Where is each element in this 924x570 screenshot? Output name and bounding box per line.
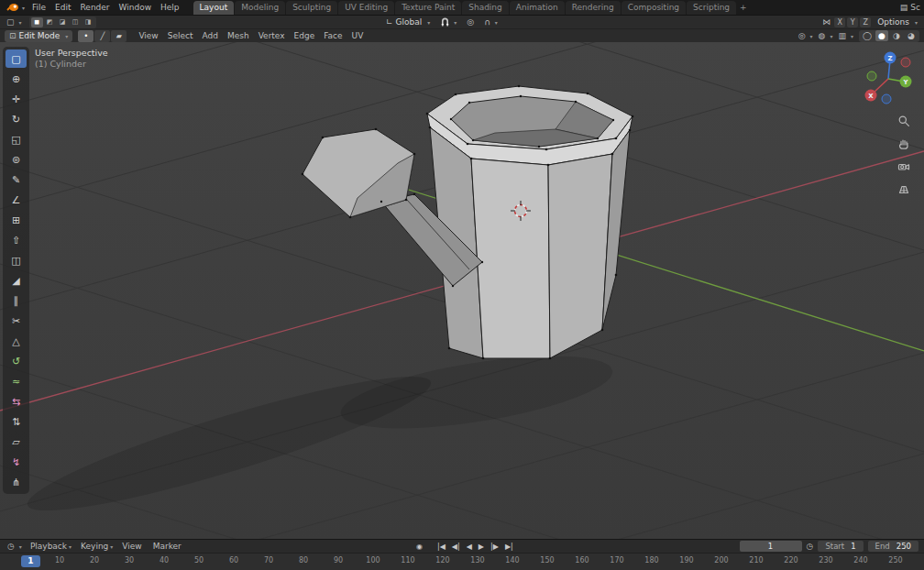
transport-auto-key[interactable]: ◉	[414, 543, 424, 551]
transport-play-reverse[interactable]: ◀	[465, 543, 474, 551]
tool-button-shrink-fatten[interactable]: ⇅	[6, 412, 27, 431]
topbar-menu[interactable]: Window	[115, 0, 157, 15]
scene-selector[interactable]: ▤ Sc	[900, 3, 920, 12]
gizmo-neg-y[interactable]	[867, 71, 876, 81]
select-option-select-set[interactable]: ◼	[31, 17, 43, 27]
viewport-menu[interactable]: Edge	[290, 28, 320, 43]
tool-button-move[interactable]: ✛	[6, 90, 27, 108]
tool-button-rip-edge[interactable]: ⋔	[6, 473, 27, 491]
viewport[interactable]: User Perspective (1) Cylinder ▢⊕✛↻◱⊚✎∠⊞⇧…	[0, 42, 924, 539]
start-frame-field[interactable]: Start1	[818, 541, 863, 552]
mode-dropdown[interactable]: ⊡ Edit Mode	[5, 30, 72, 42]
tool-button-smooth[interactable]: ≈	[6, 372, 27, 390]
tool-button-inset-faces[interactable]: ◫	[6, 251, 27, 269]
workspace-tab[interactable]: Scripting	[687, 1, 736, 15]
shading-mode-rendered[interactable]: ◕	[905, 30, 918, 41]
timeline-menu[interactable]: View	[117, 542, 148, 551]
timeline-menu[interactable]: Keying▾	[76, 542, 117, 551]
tool-button-poly-build[interactable]: △	[6, 332, 27, 350]
transport-jump-to-start[interactable]: |◀	[435, 543, 447, 551]
viewport-menu[interactable]: Add	[198, 28, 223, 43]
tool-button-measure[interactable]: ∠	[6, 191, 27, 209]
playback-sync-clock-icon[interactable]: ◷	[807, 542, 814, 551]
tool-button-scale[interactable]: ◱	[6, 130, 27, 148]
topbar-menu[interactable]: Help	[156, 0, 184, 15]
tool-button-add-cube[interactable]: ⊞	[6, 211, 27, 229]
viewport-toggle-show-gizmos[interactable]: ◎	[797, 29, 815, 43]
tool-button-extrude-region[interactable]: ⇧	[6, 231, 27, 249]
workspace-tab[interactable]: Compositing	[622, 1, 686, 15]
viewport-menu[interactable]: View	[134, 28, 162, 43]
select-mode-button-face-select[interactable]: ▰	[111, 30, 126, 42]
mesh-cylinder[interactable]	[427, 86, 632, 358]
proportional-falloff-icon[interactable]: ∩	[482, 16, 500, 29]
add-workspace-button[interactable]: +	[736, 1, 751, 15]
timeline-menu[interactable]: Playback▾	[26, 542, 76, 551]
viewport-canvas[interactable]	[0, 42, 924, 539]
transport-prev-keyframe[interactable]: ◀|	[450, 543, 462, 551]
viewport-menu[interactable]: Mesh	[223, 28, 254, 43]
topbar-menu[interactable]: File	[28, 0, 50, 15]
active-tool-icon[interactable]: ▢	[5, 16, 24, 29]
tool-button-rip-region[interactable]: ↯	[6, 453, 27, 471]
navigation-gizmo[interactable]: Z Y X	[860, 49, 917, 106]
tool-button-spin[interactable]: ↺	[6, 352, 27, 370]
current-frame-field[interactable]: 1	[740, 541, 802, 552]
tool-button-annotate[interactable]: ✎	[6, 170, 27, 189]
select-option-select-intersect[interactable]: ◨	[82, 17, 94, 27]
shading-mode-solid[interactable]: ●	[875, 30, 888, 41]
select-mode-button-edge-select[interactable]: ╱	[94, 30, 110, 42]
transport-play[interactable]: ▶	[477, 543, 486, 551]
timeline-menu[interactable]: Marker	[148, 542, 188, 551]
tool-button-select-box[interactable]: ▢	[6, 49, 27, 68]
tool-button-loop-cut[interactable]: ∥	[6, 291, 27, 310]
tool-button-transform[interactable]: ⊚	[6, 150, 27, 169]
topbar-menu[interactable]: Edit	[50, 0, 75, 15]
tool-button-shear[interactable]: ▱	[6, 433, 27, 451]
workspace-tab[interactable]: Texture Paint	[395, 1, 461, 15]
perspective-toggle-icon[interactable]	[896, 182, 911, 197]
tool-button-cursor[interactable]: ⊕	[6, 70, 27, 88]
gizmo-neg-x[interactable]	[901, 58, 910, 67]
workspace-tab[interactable]: Layout	[193, 1, 235, 15]
viewport-menu[interactable]: Vertex	[254, 28, 290, 43]
select-option-select-subtract[interactable]: ◪	[57, 17, 69, 27]
topbar-menu[interactable]: Render	[76, 0, 115, 15]
shading-mode-wireframe[interactable]: ◯	[861, 30, 874, 41]
workspace-tab[interactable]: UV Editing	[338, 1, 394, 15]
gizmo-neg-z[interactable]	[882, 94, 891, 104]
tool-button-knife[interactable]: ✂	[6, 312, 27, 330]
workspace-tab[interactable]: Sculpting	[286, 1, 337, 15]
tool-button-bevel[interactable]: ◢	[6, 271, 27, 290]
blender-logo-icon[interactable]	[6, 3, 25, 12]
transform-orientation-dropdown[interactable]: ∟ Global	[383, 17, 433, 27]
mirror-axis-toggle[interactable]: X	[834, 17, 845, 27]
snap-magnet-icon[interactable]	[439, 16, 458, 29]
workspace-tab[interactable]: Modeling	[235, 1, 285, 15]
timeline-ruler[interactable]: 1020304050607080901001101201301401501601…	[0, 553, 924, 570]
options-dropdown[interactable]: Options	[874, 17, 920, 27]
workspace-tab[interactable]: Animation	[510, 1, 565, 15]
viewport-menu[interactable]: Face	[319, 28, 346, 43]
hand-icon[interactable]	[896, 137, 911, 151]
viewport-toggle-show-overlays[interactable]: ◍	[817, 29, 835, 43]
tool-button-edge-slide[interactable]: ⇆	[6, 392, 27, 411]
tool-button-rotate[interactable]: ↻	[6, 110, 27, 128]
select-option-select-extend[interactable]: ◩	[44, 17, 56, 27]
viewport-menu[interactable]: UV	[347, 28, 368, 43]
shading-mode-material-preview[interactable]: ◑	[890, 30, 903, 41]
mirror-axis-toggle[interactable]: Y	[847, 17, 858, 27]
playhead[interactable]: 1	[21, 555, 40, 567]
viewport-toggle-toggle-xray[interactable]: ▥	[836, 29, 855, 43]
select-mode-button-vertex-select[interactable]: •	[78, 30, 94, 42]
camera-icon[interactable]	[896, 159, 911, 174]
proportional-editing-icon[interactable]: ◎	[465, 16, 476, 29]
timeline-editor-type-icon[interactable]: ◷	[6, 540, 24, 554]
end-frame-field[interactable]: End250	[868, 541, 918, 552]
workspace-tab[interactable]: Rendering	[566, 1, 621, 15]
transport-jump-to-end[interactable]: ▶|	[503, 543, 515, 551]
zoom-icon[interactable]	[896, 114, 911, 128]
viewport-menu[interactable]: Select	[163, 28, 198, 43]
workspace-tab[interactable]: Shading	[462, 1, 509, 15]
mirror-axis-toggle[interactable]: Z	[860, 17, 871, 27]
